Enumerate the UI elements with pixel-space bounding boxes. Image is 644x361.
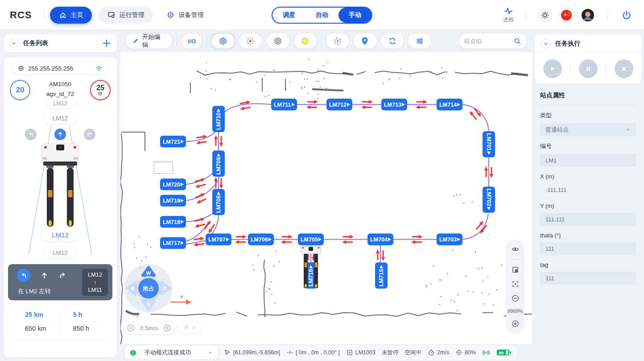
- map-station[interactable]: LM705: [298, 233, 324, 245]
- add-task-button[interactable]: [102, 38, 111, 48]
- visibility-button[interactable]: [511, 245, 520, 253]
- map-station[interactable]: LM704: [367, 233, 393, 245]
- speed-stepper: 0.5m/s: [124, 322, 174, 334]
- map-station[interactable]: LM717: [160, 237, 186, 249]
- zoom-in-button[interactable]: [511, 320, 520, 328]
- search-icon: [513, 37, 521, 45]
- theme-button[interactable]: [537, 8, 553, 23]
- svg-text:LM716: LM716: [308, 269, 314, 286]
- mode-tab-auto[interactable]: 自动: [305, 8, 339, 23]
- increase-speed-button[interactable]: [163, 324, 172, 332]
- zoom-level: 9999%: [508, 308, 523, 314]
- map-station[interactable]: LM715: [375, 262, 388, 289]
- task-exec-title: 任务执行: [555, 40, 580, 48]
- chevron-down-icon: [11, 40, 17, 46]
- status-message: 手动模式连接成功: [144, 349, 204, 357]
- svg-text:LM717: LM717: [163, 240, 180, 246]
- nav-home[interactable]: 主页: [50, 7, 92, 24]
- process-button[interactable]: 进程: [503, 6, 514, 24]
- turn-left-button[interactable]: [25, 129, 37, 140]
- manual-joystick[interactable]: W A D S 抢占: [124, 264, 173, 313]
- mode-tab-dispatch[interactable]: 调度: [272, 8, 305, 23]
- map-station[interactable]: LM710: [212, 106, 225, 132]
- forward-button[interactable]: [54, 129, 66, 140]
- language-button[interactable]: [559, 8, 574, 23]
- radar-icon: [333, 36, 343, 46]
- plus-square-icon: [346, 349, 353, 356]
- svg-text:LM705: LM705: [301, 237, 318, 243]
- map-station[interactable]: LM721: [160, 136, 186, 147]
- refresh-icon: [388, 37, 397, 46]
- agv-id: agv_id_72: [46, 91, 74, 97]
- map-station[interactable]: LM720: [160, 178, 186, 190]
- filter-button[interactable]: [408, 33, 431, 49]
- collapse-button[interactable]: [541, 39, 551, 49]
- svg-text:LM715: LM715: [378, 269, 384, 286]
- refresh-button[interactable]: [381, 33, 404, 49]
- svg-text:LM704: LM704: [370, 237, 388, 243]
- map-station[interactable]: LM714: [437, 99, 462, 110]
- map-station[interactable]: LM702: [483, 187, 495, 213]
- map-station[interactable]: LM713: [381, 99, 407, 110]
- gear-icon: [166, 11, 175, 19]
- nav-home-label: 主页: [70, 11, 83, 19]
- station-type-select[interactable]: 普通站点: [540, 123, 636, 136]
- show-targets-button[interactable]: [266, 33, 289, 49]
- station-properties-title: 站点属性: [540, 91, 636, 105]
- agv-model: AM1050: [46, 81, 74, 87]
- svg-text:LM709: LM709: [215, 157, 222, 174]
- crosshair-icon: [286, 349, 293, 356]
- map-station[interactable]: LM701: [483, 131, 495, 158]
- map-station[interactable]: LM718: [160, 216, 186, 228]
- status-message-dropdown[interactable]: 手动模式连接成功: [125, 346, 218, 359]
- show-points-button[interactable]: [239, 33, 262, 49]
- hours-total: 850 h: [73, 322, 108, 332]
- center-focus-button[interactable]: [511, 280, 520, 288]
- nav-device[interactable]: 设备管理: [157, 7, 212, 24]
- map-station[interactable]: LM719: [160, 195, 186, 206]
- decrease-speed-button[interactable]: [126, 324, 135, 332]
- power-button[interactable]: [619, 8, 634, 23]
- map-station[interactable]: LM703: [437, 233, 462, 245]
- map-station[interactable]: LM706: [248, 233, 274, 245]
- nav-operation[interactable]: 运行管理: [98, 7, 153, 24]
- locate-button[interactable]: [354, 33, 376, 49]
- station-theta-input[interactable]: [545, 245, 631, 252]
- show-stations-button[interactable]: [211, 33, 234, 49]
- point-cloud-icon: [245, 36, 255, 46]
- agv-card[interactable]: 255.255.255.255 20 AM1050 agv_id_72 25 限…: [4, 58, 117, 357]
- process-label: 进程: [503, 16, 514, 24]
- station-search-input[interactable]: [464, 38, 511, 45]
- task-pause-button[interactable]: [579, 59, 598, 78]
- map-canvas[interactable]: LM711LM712LM713LM714LM721LM720LM719LM718…: [120, 52, 532, 344]
- hexagon-node-icon: [218, 36, 228, 46]
- lidar-button[interactable]: [326, 33, 349, 49]
- user-avatar[interactable]: [580, 8, 595, 23]
- map-station[interactable]: LM707: [206, 233, 231, 245]
- pencil-icon: [132, 37, 139, 45]
- task-cancel-button[interactable]: [615, 59, 633, 78]
- gps-icon: [455, 349, 462, 356]
- mode-tab-manual[interactable]: 手动: [339, 8, 372, 23]
- task-start-button[interactable]: [543, 59, 562, 78]
- map-station[interactable]: LM709: [212, 150, 225, 177]
- minimap-button[interactable]: [511, 266, 520, 274]
- map-station[interactable]: LM712: [326, 99, 352, 110]
- hours-today: 5 h: [73, 311, 102, 322]
- collapse-button[interactable]: [9, 38, 19, 48]
- map-station[interactable]: LM711: [271, 99, 297, 110]
- show-areas-button[interactable]: [294, 33, 317, 49]
- seize-button[interactable]: 抢占: [137, 277, 160, 300]
- start-edit-button[interactable]: 开始编辑: [126, 33, 172, 49]
- agv-ip-row[interactable]: 255.255.255.255: [12, 62, 109, 75]
- fork-control-button[interactable]: [178, 322, 202, 333]
- station-tag-input[interactable]: [545, 275, 631, 282]
- map-station[interactable]: LM708: [212, 189, 225, 215]
- turn-right-button[interactable]: [84, 129, 95, 140]
- station-number-input[interactable]: [545, 157, 631, 164]
- svg-text:LM702: LM702: [486, 189, 492, 206]
- station-y-input[interactable]: [545, 216, 631, 223]
- station-search[interactable]: [459, 33, 527, 49]
- zoom-out-button[interactable]: [511, 294, 520, 303]
- io-button[interactable]: I/O: [182, 33, 202, 49]
